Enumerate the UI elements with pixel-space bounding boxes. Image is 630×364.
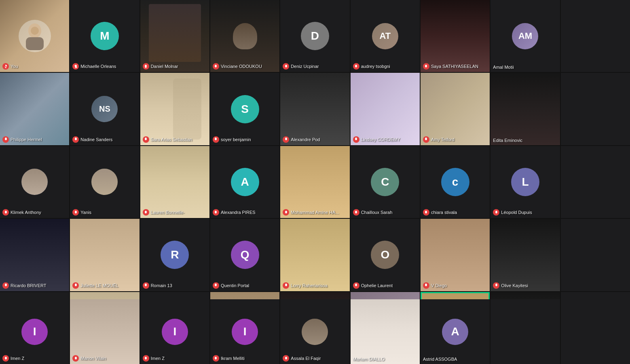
tile-edita[interactable]: Edita Eminovic	[490, 73, 560, 145]
tile-manon[interactable]: Manon Vilain	[70, 299, 139, 364]
tile-ricardo[interactable]: Ricardo BRIVERT	[0, 219, 69, 291]
name-romain: Romain 13	[143, 282, 172, 289]
tile-amy[interactable]: Amy Telford	[421, 73, 490, 145]
name-sara: Sara Arias Sebastian	[143, 136, 192, 143]
tile-yanis[interactable]: Yanis	[70, 146, 139, 218]
name-alexandra: Alexandra PIRES	[213, 209, 256, 216]
name-imen-z2: Imen Z	[143, 355, 165, 362]
name-chailloux: Chailloux Sarah	[353, 209, 393, 216]
tile-ophelie[interactable]: O Ophelie Laurent	[351, 219, 420, 291]
tile-empty1	[561, 0, 630, 72]
name-lindsey: Lindsey CORDEMY	[353, 136, 400, 143]
avatar-deniz: D	[301, 22, 329, 50]
name-vinciane: Vinciane ODOUKOU	[213, 63, 262, 70]
name-soyer: soyer benjamin	[213, 136, 251, 143]
avatar-astrid: A	[442, 319, 468, 345]
name-deniz: Deniz Ucpinar	[283, 63, 319, 70]
tile-klimek[interactable]: Klimek Anthony	[0, 146, 69, 218]
name-juliette-le: Juliette LE MOUËL	[72, 282, 118, 289]
tile-daniel[interactable]: Daniel Molnar	[140, 0, 209, 72]
name-amy: Amy Telford	[423, 136, 455, 143]
avatar-chailloux: C	[371, 168, 399, 196]
name-leopold: Léopold Dupuis	[493, 209, 532, 216]
tile-leopold[interactable]: L Léopold Dupuis	[490, 146, 560, 218]
name-edita: Edita Eminovic	[493, 138, 522, 143]
bottom-partial-row: I Imen Z Manon Vilain I Imen Z I Ikram M…	[0, 299, 630, 364]
tile-alexandre-pod[interactable]: Alexandre Pod	[280, 73, 349, 145]
avatar-alexandra: A	[231, 168, 259, 196]
name-mariam: Mariam DIALLO	[353, 357, 385, 362]
tile-alexandra[interactable]: A Alexandra PIRES	[210, 146, 279, 218]
tile-juliette-le[interactable]: Juliette LE MOUËL	[70, 219, 139, 291]
tile-you[interactable]: You	[0, 0, 69, 72]
name-vdiego: V Diego	[423, 282, 447, 289]
tile-michaelle[interactable]: M Michaelle Orleans	[70, 0, 139, 72]
tile-mohammad[interactable]: Mohammad Amine HA...	[280, 146, 349, 218]
tile-empty3	[561, 146, 630, 218]
tile-romain[interactable]: R Romain 13	[140, 219, 209, 291]
name-quentin: Quentin Portal	[213, 282, 249, 289]
tile-lorry[interactable]: Lorry Raheriarisoa	[280, 219, 349, 291]
name-you: You	[2, 63, 18, 70]
name-ikram: Ikram Melliti	[213, 355, 245, 362]
name-chiara: chiara stivala	[423, 209, 457, 216]
tile-bottom-empty2	[561, 299, 630, 364]
tile-ikram[interactable]: I Ikram Melliti	[210, 299, 279, 364]
svg-point-2	[31, 27, 39, 35]
avatar-imen-z2: I	[162, 319, 188, 345]
avatar-michaelle: M	[91, 22, 119, 50]
tile-lindsey[interactable]: Lindsey CORDEMY	[351, 73, 420, 145]
name-mohammad: Mohammad Amine HA...	[283, 209, 339, 216]
tile-astrid[interactable]: A Astrid ASSOGBA	[421, 299, 490, 364]
avatar-imen-z1: I	[21, 319, 48, 345]
name-amal: Amal Motii	[493, 65, 514, 70]
tile-empty2	[561, 73, 630, 145]
tile-chailloux[interactable]: C Chailloux Sarah	[351, 146, 420, 218]
avatar-ikram: I	[232, 319, 258, 345]
name-ophelie: Ophelie Laurent	[353, 282, 393, 289]
tile-vinciane[interactable]: Vinciane ODOUKOU	[210, 0, 279, 72]
avatar-quentin: Q	[231, 241, 259, 269]
tile-saya[interactable]: Saya SATHIYASEELAN	[421, 0, 490, 72]
avatar-ophelie: O	[371, 241, 399, 269]
name-lauren: Lauren Bonnelle-	[143, 209, 185, 216]
tile-nadine[interactable]: NS Nadine Sanders	[70, 73, 139, 145]
tile-bottom-empty1	[490, 299, 560, 364]
tile-mariam[interactable]: Mariam DIALLO	[351, 299, 420, 364]
name-yanis: Yanis	[72, 209, 91, 216]
name-philippe: Philippe Hermel	[2, 136, 42, 143]
name-astrid: Astrid ASSOGBA	[423, 357, 457, 362]
tile-sara[interactable]: Sara Arias Sebastian	[140, 73, 209, 145]
tile-soyer[interactable]: S soyer benjamin	[210, 73, 279, 145]
tile-philippe[interactable]: Philippe Hermel	[0, 73, 69, 145]
avatar-romain: R	[161, 241, 189, 269]
svg-rect-1	[26, 37, 44, 50]
name-klimek: Klimek Anthony	[2, 209, 41, 216]
name-daniel: Daniel Molnar	[143, 63, 178, 70]
tile-imen-z1[interactable]: I Imen Z	[0, 299, 69, 364]
tile-imen-z2[interactable]: I Imen Z	[140, 299, 209, 364]
name-ricardo: Ricardo BRIVERT	[2, 282, 46, 289]
name-imen-z1: Imen Z	[2, 355, 24, 362]
tile-amal[interactable]: AM Amal Motii	[490, 0, 560, 72]
name-lorry: Lorry Raheriarisoa	[283, 282, 327, 289]
tile-quentin[interactable]: Q Quentin Portal	[210, 219, 279, 291]
name-olive: Olive Kayitesi	[493, 282, 528, 289]
avatar-chiara: c	[441, 168, 469, 196]
tile-audrey-t[interactable]: AT audrey tsobgni	[351, 0, 420, 72]
tile-lauren[interactable]: Lauren Bonnelle-	[140, 146, 209, 218]
name-audrey-t: audrey tsobgni	[353, 63, 390, 70]
tile-olive[interactable]: Olive Kayitesi	[490, 219, 560, 291]
tile-chiara[interactable]: c chiara stivala	[421, 146, 490, 218]
avatar-leopold: L	[511, 168, 539, 196]
name-alexandre-pod: Alexandre Pod	[283, 136, 320, 143]
tile-empty4	[561, 219, 630, 291]
avatar-soyer: S	[231, 95, 259, 123]
name-assala: Assala El Faqir	[283, 355, 321, 362]
tile-deniz[interactable]: D Deniz Ucpinar	[280, 0, 349, 72]
tile-assala[interactable]: Assala El Faqir	[280, 299, 349, 364]
name-nadine: Nadine Sanders	[72, 136, 112, 143]
tile-vdiego[interactable]: V Diego	[421, 219, 490, 291]
name-saya: Saya SATHIYASEELAN	[423, 63, 478, 70]
name-michaelle: Michaelle Orleans	[72, 63, 116, 70]
